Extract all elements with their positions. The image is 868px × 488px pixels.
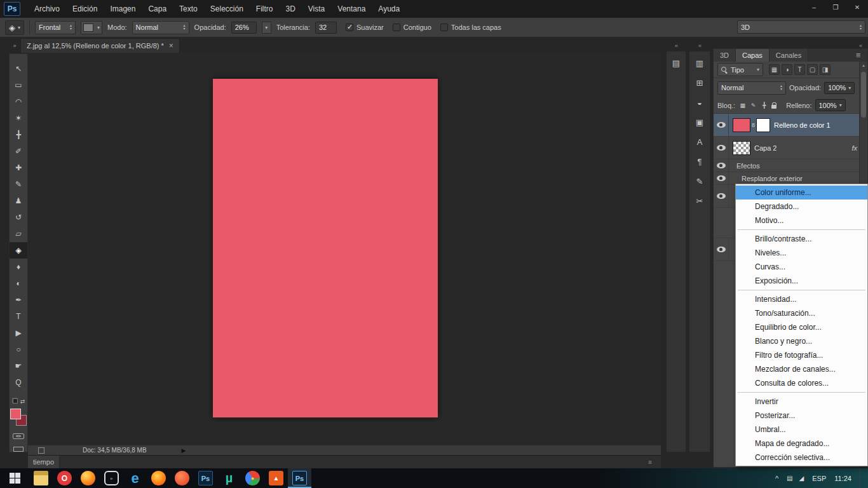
filter-adjustment-layers-icon[interactable]: ◑ — [782, 64, 792, 75]
document-canvas[interactable] — [213, 79, 438, 417]
zoom-tool[interactable]: Q — [10, 374, 27, 391]
filter-smart-objects-icon[interactable]: ◨ — [820, 64, 831, 75]
todas-las-capas-checkbox[interactable]: Todas las capas — [440, 24, 501, 31]
toolbar-collapse-icon[interactable] — [9, 41, 20, 51]
adjustment-menu-item[interactable]: Umbral... — [736, 423, 867, 437]
visibility-toggle[interactable] — [714, 185, 729, 207]
tab-3d[interactable]: 3D — [714, 49, 736, 62]
filter-pixel-layers-icon[interactable]: ▦ — [769, 64, 780, 75]
brush-panel-icon[interactable]: ✎ — [691, 173, 708, 189]
clock[interactable]: 11:24 — [834, 475, 851, 482]
menu-ayuda[interactable]: Ayuda — [372, 0, 406, 18]
menu-seleccion[interactable]: Selección — [204, 0, 250, 18]
brush-tool[interactable]: ✎ — [10, 176, 27, 193]
network-icon[interactable]: ◢ — [799, 475, 804, 482]
instagram[interactable]: ◦ — [100, 468, 123, 488]
ellipse-tool[interactable]: ○ — [10, 341, 27, 358]
adjustment-menu-item[interactable]: Color uniforme... — [736, 186, 867, 200]
opacity-dropdown-button[interactable] — [262, 22, 271, 34]
foreground-color-swatch[interactable] — [10, 409, 21, 419]
contiguo-checkbox[interactable]: Contiguo — [393, 24, 431, 31]
lock-all-icon[interactable] — [771, 105, 776, 109]
adjustment-menu-item[interactable]: Corrección selectiva... — [736, 451, 867, 464]
minimize-button[interactable]: – — [803, 0, 825, 14]
language-indicator[interactable]: ESP — [812, 475, 826, 482]
visibility-toggle[interactable] — [714, 172, 729, 184]
menu-edicion[interactable]: Edición — [66, 0, 104, 18]
pen-tool[interactable]: ✒ — [10, 292, 27, 308]
edge[interactable]: e — [123, 468, 147, 488]
fill-source-select[interactable]: Frontal — [35, 21, 76, 34]
adjustment-menu-item[interactable]: Curvas... — [736, 260, 867, 274]
adjustments-panel-icon[interactable]: ◒ — [691, 95, 708, 110]
scroll-up-icon[interactable] — [860, 62, 867, 69]
eraser-tool[interactable]: ▱ — [10, 226, 27, 242]
close-icon[interactable]: × — [169, 41, 173, 50]
mini-bridge-panel-icon[interactable]: ▤ — [668, 55, 684, 71]
menu-archivo[interactable]: Archivo — [28, 0, 66, 18]
blur-tool[interactable]: ♦ — [10, 259, 27, 275]
menu-ventana[interactable]: Ventana — [331, 0, 372, 18]
visibility-toggle[interactable] — [714, 159, 729, 172]
document-tab[interactable]: Z.jpg al 12,5% (Relleno de color 1, RGB/… — [20, 38, 180, 53]
clone-stamp-tool[interactable]: ♟ — [10, 193, 27, 209]
firefox-2[interactable] — [147, 468, 170, 488]
rectangular-marquee-tool[interactable]: ▭ — [10, 77, 27, 93]
styles-panel-icon[interactable]: ▣ — [691, 114, 708, 130]
menu-capa[interactable]: Capa — [142, 0, 173, 18]
timeline-tab[interactable]: tiempo — [28, 456, 60, 469]
tolerance-input[interactable]: 32 — [315, 22, 337, 34]
quick-mask-icon[interactable] — [13, 433, 24, 439]
move-tool[interactable]: ↖ — [10, 60, 27, 77]
notification-icon[interactable]: ▤ — [787, 475, 792, 482]
adjustment-menu-item[interactable]: Niveles... — [736, 246, 867, 260]
lasso-tool[interactable]: ◠ — [10, 93, 27, 110]
layer-thumbnail[interactable] — [733, 141, 750, 155]
timeline-menu-icon[interactable] — [648, 459, 652, 466]
history-brush-tool[interactable]: ↺ — [10, 209, 27, 226]
paint-bucket-tool[interactable]: ◈ — [10, 242, 27, 259]
mode-select[interactable]: Normal — [132, 21, 189, 34]
layer-name[interactable]: Relleno de color 1 — [774, 121, 831, 129]
tab-capas[interactable]: Capas — [736, 49, 770, 62]
chrome[interactable]: ● — [241, 468, 264, 488]
crop-tool[interactable]: ╋ — [10, 126, 27, 143]
dock-collapse-icon[interactable] — [689, 42, 710, 50]
adjustment-menu-item[interactable]: Motivo... — [736, 214, 867, 227]
adjustment-menu-item[interactable]: Filtro de fotografía... — [736, 348, 867, 362]
paragraph-panel-icon[interactable]: ¶ — [691, 154, 708, 169]
adjustment-menu-item[interactable]: Invertir — [736, 395, 867, 409]
eyedropper-tool[interactable]: ✐ — [10, 143, 27, 159]
media-app[interactable]: ▲ — [264, 468, 288, 488]
quick-selection-tool[interactable]: ✶ — [10, 110, 27, 126]
adjustment-menu-item[interactable]: Equilibrio de color... — [736, 320, 867, 334]
close-button[interactable]: ✕ — [846, 0, 868, 14]
firefox[interactable] — [76, 468, 100, 488]
outer-glow-effect-row[interactable]: Resplandor exterior — [714, 172, 867, 185]
visibility-toggle[interactable] — [714, 137, 729, 159]
opacity-input[interactable]: 26% — [231, 22, 257, 34]
filter-type-layers-icon[interactable]: T — [794, 64, 805, 75]
start-button[interactable] — [0, 468, 29, 488]
show-desktop-button[interactable] — [860, 468, 863, 488]
layer-mask-thumbnail[interactable] — [756, 118, 770, 132]
layer-name[interactable]: Capa 2 — [754, 144, 776, 152]
visibility-toggle[interactable] — [714, 238, 729, 261]
effects-row[interactable]: Efectos — [714, 159, 867, 172]
adjustment-menu-item[interactable]: Tono/saturación... — [736, 306, 867, 320]
opera-beta[interactable] — [170, 468, 194, 488]
adjustment-menu-item[interactable]: Mapa de degradado... — [736, 437, 867, 451]
layer-effects-badge[interactable]: fx — [851, 144, 857, 152]
lock-pixels-icon[interactable]: ✎ — [749, 101, 757, 110]
screen-mode-icon[interactable] — [13, 447, 24, 452]
tab-canales[interactable]: Canales — [770, 49, 808, 62]
menu-vista[interactable]: Vista — [302, 0, 331, 18]
adjustment-menu-item[interactable]: Mezclador de canales... — [736, 362, 867, 376]
tool-preset-picker[interactable]: ◈ — [5, 20, 24, 35]
lock-transparency-icon[interactable]: ▦ — [738, 101, 747, 110]
suavizar-checkbox[interactable]: Suavizar — [346, 24, 384, 31]
pattern-picker[interactable] — [81, 21, 102, 34]
type-tool[interactable]: T — [10, 308, 27, 325]
layer-row-capa-2[interactable]: Capa 2 fx ▴ — [714, 137, 867, 159]
adjustment-menu-item[interactable]: Exposición... — [736, 274, 867, 288]
